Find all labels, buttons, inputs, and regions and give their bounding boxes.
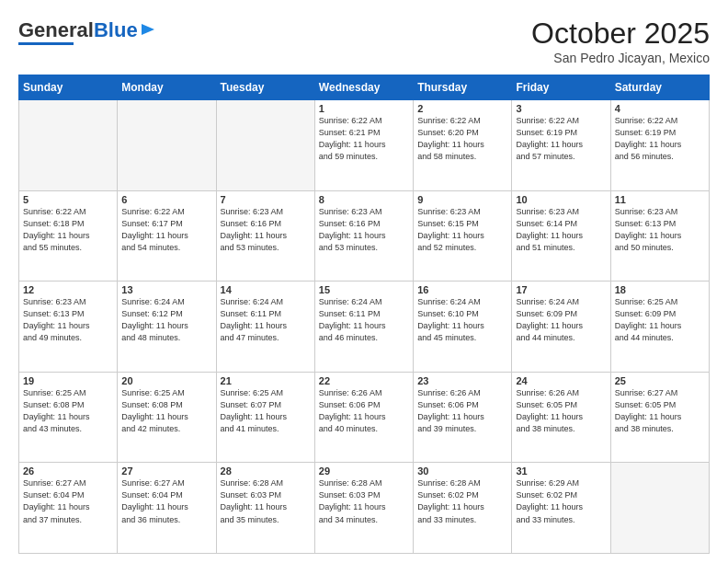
day-number: 4 <box>615 103 705 114</box>
day-number: 22 <box>319 375 409 386</box>
day-info: Sunrise: 6:27 AMSunset: 6:05 PMDaylight:… <box>615 387 705 435</box>
day-number: 6 <box>121 194 211 205</box>
day-info: Sunrise: 6:28 AMSunset: 6:03 PMDaylight:… <box>221 477 311 525</box>
day-info: Sunrise: 6:24 AMSunset: 6:11 PMDaylight:… <box>319 296 409 344</box>
day-info: Sunrise: 6:25 AMSunset: 6:08 PMDaylight:… <box>23 387 113 435</box>
calendar-cell <box>118 100 216 191</box>
calendar-cell: 16Sunrise: 6:24 AMSunset: 6:10 PMDayligh… <box>414 282 512 373</box>
day-number: 17 <box>516 284 606 295</box>
calendar-cell: 19Sunrise: 6:25 AMSunset: 6:08 PMDayligh… <box>19 372 118 463</box>
day-info: Sunrise: 6:26 AMSunset: 6:06 PMDaylight:… <box>319 387 409 435</box>
weekday-header-thursday: Thursday <box>414 75 512 100</box>
header: GeneralBlue October 2025 San Pedro Jicay… <box>18 17 710 65</box>
logo: GeneralBlue <box>18 20 156 45</box>
day-number: 15 <box>319 284 409 295</box>
day-number: 31 <box>516 465 606 477</box>
calendar-cell: 9Sunrise: 6:23 AMSunset: 6:15 PMDaylight… <box>414 190 512 282</box>
calendar-cell: 23Sunrise: 6:26 AMSunset: 6:06 PMDayligh… <box>414 372 512 463</box>
calendar-cell: 5Sunrise: 6:22 AMSunset: 6:18 PMDaylight… <box>19 190 118 282</box>
day-info: Sunrise: 6:24 AMSunset: 6:10 PMDaylight:… <box>417 296 507 344</box>
day-info: Sunrise: 6:25 AMSunset: 6:08 PMDaylight:… <box>121 387 211 435</box>
weekday-header-tuesday: Tuesday <box>216 75 314 100</box>
calendar-cell: 2Sunrise: 6:22 AMSunset: 6:20 PMDaylight… <box>414 100 512 191</box>
day-number: 10 <box>516 194 606 205</box>
calendar-cell: 21Sunrise: 6:25 AMSunset: 6:07 PMDayligh… <box>216 372 314 463</box>
calendar-cell: 24Sunrise: 6:26 AMSunset: 6:05 PMDayligh… <box>512 372 610 463</box>
day-info: Sunrise: 6:29 AMSunset: 6:02 PMDaylight:… <box>516 477 606 525</box>
logo-underline <box>18 42 74 45</box>
calendar-week-5: 26Sunrise: 6:27 AMSunset: 6:04 PMDayligh… <box>19 463 710 554</box>
calendar-cell: 1Sunrise: 6:22 AMSunset: 6:21 PMDaylight… <box>314 100 413 191</box>
day-info: Sunrise: 6:27 AMSunset: 6:04 PMDaylight:… <box>23 477 113 525</box>
day-number: 7 <box>221 194 311 205</box>
day-number: 25 <box>615 375 705 386</box>
day-number: 29 <box>319 465 409 477</box>
day-info: Sunrise: 6:22 AMSunset: 6:20 PMDaylight:… <box>417 115 507 163</box>
weekday-header-row: SundayMondayTuesdayWednesdayThursdayFrid… <box>19 75 710 100</box>
day-number: 16 <box>417 284 507 295</box>
day-number: 9 <box>417 194 507 205</box>
day-info: Sunrise: 6:25 AMSunset: 6:07 PMDaylight:… <box>221 387 311 435</box>
page: GeneralBlue October 2025 San Pedro Jicay… <box>0 0 728 563</box>
logo-text: GeneralBlue <box>18 20 138 40</box>
header-right: October 2025 San Pedro Jicayan, Mexico <box>531 17 710 65</box>
calendar-week-4: 19Sunrise: 6:25 AMSunset: 6:08 PMDayligh… <box>19 372 710 463</box>
day-info: Sunrise: 6:23 AMSunset: 6:16 PMDaylight:… <box>221 206 311 254</box>
day-number: 21 <box>221 375 311 386</box>
weekday-header-monday: Monday <box>118 75 216 100</box>
calendar-cell: 7Sunrise: 6:23 AMSunset: 6:16 PMDaylight… <box>216 190 314 282</box>
calendar-week-3: 12Sunrise: 6:23 AMSunset: 6:13 PMDayligh… <box>19 282 710 373</box>
calendar-cell: 15Sunrise: 6:24 AMSunset: 6:11 PMDayligh… <box>314 282 413 373</box>
day-info: Sunrise: 6:24 AMSunset: 6:09 PMDaylight:… <box>516 296 606 344</box>
weekday-header-wednesday: Wednesday <box>314 75 413 100</box>
day-number: 2 <box>417 103 507 114</box>
calendar-cell: 12Sunrise: 6:23 AMSunset: 6:13 PMDayligh… <box>19 282 118 373</box>
day-number: 1 <box>319 103 409 114</box>
calendar-cell: 20Sunrise: 6:25 AMSunset: 6:08 PMDayligh… <box>118 372 216 463</box>
day-number: 12 <box>23 284 113 295</box>
calendar-cell: 27Sunrise: 6:27 AMSunset: 6:04 PMDayligh… <box>118 463 216 554</box>
day-number: 19 <box>23 375 113 386</box>
calendar-week-2: 5Sunrise: 6:22 AMSunset: 6:18 PMDaylight… <box>19 190 710 282</box>
day-info: Sunrise: 6:23 AMSunset: 6:14 PMDaylight:… <box>516 206 606 254</box>
calendar-cell: 26Sunrise: 6:27 AMSunset: 6:04 PMDayligh… <box>19 463 118 554</box>
day-info: Sunrise: 6:24 AMSunset: 6:11 PMDaylight:… <box>221 296 311 344</box>
logo-arrow-icon <box>140 21 156 38</box>
day-info: Sunrise: 6:22 AMSunset: 6:17 PMDaylight:… <box>121 206 211 254</box>
day-info: Sunrise: 6:22 AMSunset: 6:18 PMDaylight:… <box>23 206 113 254</box>
day-info: Sunrise: 6:23 AMSunset: 6:16 PMDaylight:… <box>319 206 409 254</box>
day-number: 28 <box>221 465 311 477</box>
day-info: Sunrise: 6:23 AMSunset: 6:13 PMDaylight:… <box>23 296 113 344</box>
day-info: Sunrise: 6:22 AMSunset: 6:19 PMDaylight:… <box>615 115 705 163</box>
logo-blue: Blue <box>94 18 138 41</box>
weekday-header-friday: Friday <box>512 75 610 100</box>
calendar-cell: 17Sunrise: 6:24 AMSunset: 6:09 PMDayligh… <box>512 282 610 373</box>
calendar-cell: 6Sunrise: 6:22 AMSunset: 6:17 PMDaylight… <box>118 190 216 282</box>
calendar-week-1: 1Sunrise: 6:22 AMSunset: 6:21 PMDaylight… <box>19 100 710 191</box>
day-number: 8 <box>319 194 409 205</box>
calendar-cell: 25Sunrise: 6:27 AMSunset: 6:05 PMDayligh… <box>610 372 709 463</box>
day-number: 18 <box>615 284 705 295</box>
calendar-cell: 29Sunrise: 6:28 AMSunset: 6:03 PMDayligh… <box>314 463 413 554</box>
day-info: Sunrise: 6:22 AMSunset: 6:21 PMDaylight:… <box>319 115 409 163</box>
svg-marker-0 <box>142 24 154 35</box>
logo-general: General <box>18 18 94 41</box>
location: San Pedro Jicayan, Mexico <box>531 51 710 65</box>
calendar-cell: 3Sunrise: 6:22 AMSunset: 6:19 PMDaylight… <box>512 100 610 191</box>
day-number: 14 <box>221 284 311 295</box>
day-number: 13 <box>121 284 211 295</box>
day-info: Sunrise: 6:25 AMSunset: 6:09 PMDaylight:… <box>615 296 705 344</box>
day-number: 5 <box>23 194 113 205</box>
weekday-header-sunday: Sunday <box>19 75 118 100</box>
calendar-cell: 31Sunrise: 6:29 AMSunset: 6:02 PMDayligh… <box>512 463 610 554</box>
calendar-cell <box>610 463 709 554</box>
day-number: 3 <box>516 103 606 114</box>
calendar-cell: 28Sunrise: 6:28 AMSunset: 6:03 PMDayligh… <box>216 463 314 554</box>
day-number: 11 <box>615 194 705 205</box>
day-info: Sunrise: 6:24 AMSunset: 6:12 PMDaylight:… <box>121 296 211 344</box>
day-number: 23 <box>417 375 507 386</box>
month-title: October 2025 <box>531 17 710 51</box>
weekday-header-saturday: Saturday <box>610 75 709 100</box>
day-info: Sunrise: 6:28 AMSunset: 6:02 PMDaylight:… <box>417 477 507 525</box>
day-number: 24 <box>516 375 606 386</box>
